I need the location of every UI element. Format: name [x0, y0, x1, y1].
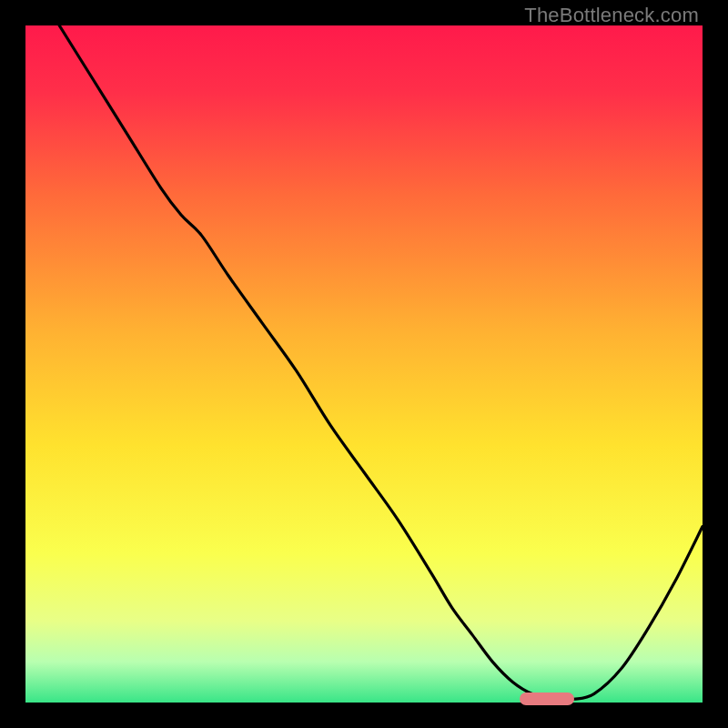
gradient-background	[25, 25, 703, 703]
watermark-text: TheBottleneck.com	[524, 4, 699, 27]
optimal-range-marker	[520, 693, 574, 705]
chart-frame	[25, 25, 703, 703]
bottleneck-chart	[25, 25, 703, 703]
